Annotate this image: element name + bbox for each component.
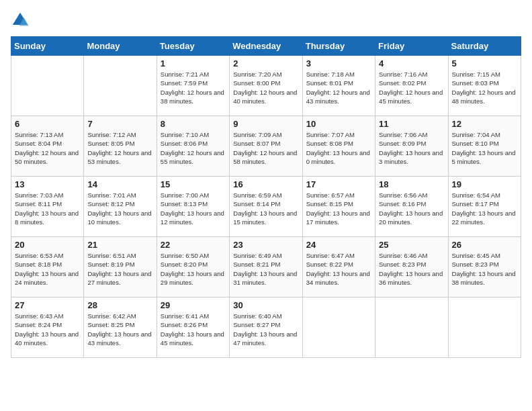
day-info: Sunrise: 6:43 AMSunset: 8:24 PMDaylight:… (15, 312, 80, 347)
day-number: 16 (233, 179, 298, 189)
calendar-cell: 23Sunrise: 6:49 AMSunset: 8:21 PMDayligh… (230, 237, 302, 298)
calendar-cell: 20Sunrise: 6:53 AMSunset: 8:18 PMDayligh… (11, 237, 84, 298)
header-wednesday: Wednesday (230, 37, 302, 56)
day-info: Sunrise: 6:49 AMSunset: 8:21 PMDaylight:… (233, 251, 298, 287)
day-number: 9 (233, 119, 298, 129)
day-number: 19 (452, 179, 517, 189)
day-number: 29 (161, 300, 226, 310)
calendar-cell: 16Sunrise: 6:59 AMSunset: 8:14 PMDayligh… (230, 177, 302, 237)
calendar-cell: 19Sunrise: 6:54 AMSunset: 8:17 PMDayligh… (448, 177, 521, 237)
day-number: 17 (306, 179, 371, 189)
day-info: Sunrise: 6:50 AMSunset: 8:20 PMDaylight:… (161, 251, 226, 287)
day-number: 1 (161, 58, 226, 68)
day-number: 12 (452, 119, 517, 129)
day-info: Sunrise: 7:21 AMSunset: 7:59 PMDaylight:… (161, 70, 226, 105)
day-info: Sunrise: 7:00 AMSunset: 8:13 PMDaylight:… (161, 191, 226, 226)
day-info: Sunrise: 7:06 AMSunset: 8:09 PMDaylight:… (379, 130, 444, 166)
day-number: 28 (87, 300, 152, 310)
day-info: Sunrise: 7:03 AMSunset: 8:11 PMDaylight:… (15, 191, 80, 226)
header-monday: Monday (84, 37, 157, 56)
calendar-cell (84, 56, 157, 116)
day-info: Sunrise: 7:18 AMSunset: 8:01 PMDaylight:… (306, 70, 371, 105)
calendar-cell (448, 298, 521, 358)
day-info: Sunrise: 6:47 AMSunset: 8:22 PMDaylight:… (306, 251, 371, 287)
day-number: 7 (87, 119, 152, 129)
day-number: 18 (379, 179, 444, 189)
day-number: 4 (379, 58, 444, 68)
weekday-header-row: Sunday Monday Tuesday Wednesday Thursday… (11, 37, 521, 56)
day-info: Sunrise: 6:53 AMSunset: 8:18 PMDaylight:… (15, 251, 80, 287)
calendar-cell: 14Sunrise: 7:01 AMSunset: 8:12 PMDayligh… (84, 177, 157, 237)
calendar-cell: 7Sunrise: 7:12 AMSunset: 8:05 PMDaylight… (84, 116, 157, 177)
header-friday: Friday (375, 37, 448, 56)
calendar-cell: 11Sunrise: 7:06 AMSunset: 8:09 PMDayligh… (375, 116, 448, 177)
calendar-cell (11, 56, 84, 116)
calendar-week-5: 27Sunrise: 6:43 AMSunset: 8:24 PMDayligh… (11, 298, 521, 358)
calendar-cell (302, 298, 375, 358)
day-info: Sunrise: 6:40 AMSunset: 8:27 PMDaylight:… (233, 312, 298, 347)
day-number: 10 (306, 119, 371, 129)
calendar-table: Sunday Monday Tuesday Wednesday Thursday… (11, 36, 521, 358)
calendar-cell: 28Sunrise: 6:42 AMSunset: 8:25 PMDayligh… (84, 298, 157, 358)
day-info: Sunrise: 6:54 AMSunset: 8:17 PMDaylight:… (452, 191, 517, 226)
calendar-cell: 6Sunrise: 7:13 AMSunset: 8:04 PMDaylight… (11, 116, 84, 177)
day-info: Sunrise: 7:10 AMSunset: 8:06 PMDaylight:… (161, 130, 226, 166)
calendar-week-2: 6Sunrise: 7:13 AMSunset: 8:04 PMDaylight… (11, 116, 521, 177)
day-info: Sunrise: 6:42 AMSunset: 8:25 PMDaylight:… (87, 312, 152, 347)
day-number: 23 (233, 240, 298, 250)
day-info: Sunrise: 7:04 AMSunset: 8:10 PMDaylight:… (452, 130, 517, 166)
logo (11, 11, 32, 30)
header-thursday: Thursday (302, 37, 375, 56)
calendar-cell: 22Sunrise: 6:50 AMSunset: 8:20 PMDayligh… (157, 237, 229, 298)
day-info: Sunrise: 6:46 AMSunset: 8:23 PMDaylight:… (379, 251, 444, 287)
day-info: Sunrise: 6:45 AMSunset: 8:23 PMDaylight:… (452, 251, 517, 287)
day-number: 3 (306, 58, 371, 68)
day-info: Sunrise: 6:57 AMSunset: 8:15 PMDaylight:… (306, 191, 371, 226)
calendar-week-4: 20Sunrise: 6:53 AMSunset: 8:18 PMDayligh… (11, 237, 521, 298)
day-number: 24 (306, 240, 371, 250)
logo-icon (11, 11, 30, 30)
calendar-cell: 24Sunrise: 6:47 AMSunset: 8:22 PMDayligh… (302, 237, 375, 298)
day-info: Sunrise: 7:01 AMSunset: 8:12 PMDaylight:… (87, 191, 152, 226)
day-number: 8 (161, 119, 226, 129)
calendar-cell: 5Sunrise: 7:15 AMSunset: 8:03 PMDaylight… (448, 56, 521, 116)
day-info: Sunrise: 7:12 AMSunset: 8:05 PMDaylight:… (87, 130, 152, 166)
calendar-cell: 4Sunrise: 7:16 AMSunset: 8:02 PMDaylight… (375, 56, 448, 116)
calendar-cell: 21Sunrise: 6:51 AMSunset: 8:19 PMDayligh… (84, 237, 157, 298)
day-info: Sunrise: 7:13 AMSunset: 8:04 PMDaylight:… (15, 130, 80, 166)
day-info: Sunrise: 7:07 AMSunset: 8:08 PMDaylight:… (306, 130, 371, 166)
day-number: 30 (233, 300, 298, 310)
calendar-week-3: 13Sunrise: 7:03 AMSunset: 8:11 PMDayligh… (11, 177, 521, 237)
calendar-cell: 13Sunrise: 7:03 AMSunset: 8:11 PMDayligh… (11, 177, 84, 237)
day-number: 22 (161, 240, 226, 250)
header-saturday: Saturday (448, 37, 521, 56)
calendar-cell: 17Sunrise: 6:57 AMSunset: 8:15 PMDayligh… (302, 177, 375, 237)
day-number: 6 (15, 119, 80, 129)
day-info: Sunrise: 7:20 AMSunset: 8:00 PMDaylight:… (233, 70, 298, 105)
day-number: 15 (161, 179, 226, 189)
day-number: 26 (452, 240, 517, 250)
day-info: Sunrise: 6:41 AMSunset: 8:26 PMDaylight:… (161, 312, 226, 347)
calendar-cell: 29Sunrise: 6:41 AMSunset: 8:26 PMDayligh… (157, 298, 229, 358)
day-number: 20 (15, 240, 80, 250)
day-number: 21 (87, 240, 152, 250)
day-info: Sunrise: 6:56 AMSunset: 8:16 PMDaylight:… (379, 191, 444, 226)
day-number: 2 (233, 58, 298, 68)
day-info: Sunrise: 6:51 AMSunset: 8:19 PMDaylight:… (87, 251, 152, 287)
day-info: Sunrise: 7:16 AMSunset: 8:02 PMDaylight:… (379, 70, 444, 105)
calendar-cell: 15Sunrise: 7:00 AMSunset: 8:13 PMDayligh… (157, 177, 229, 237)
day-number: 27 (15, 300, 80, 310)
day-number: 5 (452, 58, 517, 68)
header-tuesday: Tuesday (157, 37, 229, 56)
calendar-cell: 10Sunrise: 7:07 AMSunset: 8:08 PMDayligh… (302, 116, 375, 177)
calendar-week-1: 1Sunrise: 7:21 AMSunset: 7:59 PMDaylight… (11, 56, 521, 116)
header-sunday: Sunday (11, 37, 84, 56)
calendar-cell: 1Sunrise: 7:21 AMSunset: 7:59 PMDaylight… (157, 56, 229, 116)
page-header (11, 11, 521, 30)
calendar-cell: 9Sunrise: 7:09 AMSunset: 8:07 PMDaylight… (230, 116, 302, 177)
day-number: 11 (379, 119, 444, 129)
calendar-cell: 12Sunrise: 7:04 AMSunset: 8:10 PMDayligh… (448, 116, 521, 177)
calendar-cell: 2Sunrise: 7:20 AMSunset: 8:00 PMDaylight… (230, 56, 302, 116)
day-number: 25 (379, 240, 444, 250)
day-info: Sunrise: 7:15 AMSunset: 8:03 PMDaylight:… (452, 70, 517, 105)
